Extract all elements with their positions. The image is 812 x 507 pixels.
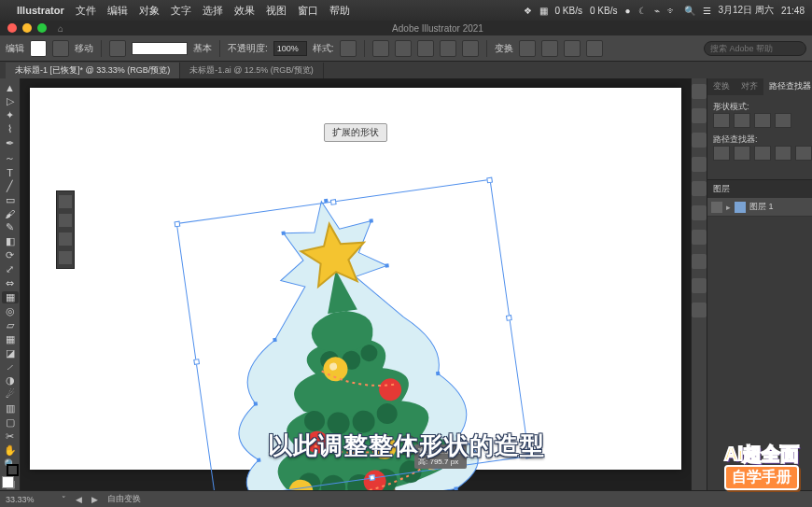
align-btn[interactable] [440,40,456,57]
free-transform-icon[interactable] [59,214,72,227]
menu-select[interactable]: 选择 [203,4,223,18]
stroke-swatch[interactable] [109,40,126,57]
direct-select-tool-icon[interactable]: ▷ [2,95,19,107]
tb-btn[interactable] [564,40,581,57]
appearance-panel-icon[interactable] [692,254,707,269]
tb-btn[interactable] [519,40,536,57]
minimize-icon[interactable] [22,23,32,33]
brush-tool-icon[interactable]: 🖌 [2,208,19,219]
free-transform-tool-icon[interactable]: ▦ [2,291,19,303]
basic-label[interactable]: 基本 [193,42,212,55]
tb-btn[interactable] [586,40,603,57]
align-btn[interactable] [417,40,434,57]
align-btn[interactable] [462,40,479,57]
trim-icon[interactable] [734,146,750,161]
transform-label[interactable]: 变换 [495,42,513,55]
dropdown-icon[interactable] [52,40,69,57]
minus-front-icon[interactable] [734,113,750,128]
wifi-icon[interactable]: ᯤ [667,6,677,16]
brushes-panel-icon[interactable] [692,133,707,148]
symbol-tool-icon[interactable]: ☄ [2,388,19,401]
opacity-input[interactable] [273,41,307,56]
doc-tab[interactable]: 未标题-1.ai @ 12.5% (RGB/预览) [180,63,324,78]
status-icon[interactable]: ⌁ [654,6,660,16]
menubar-date[interactable]: 3月12日 周六 [719,4,774,17]
menu-window[interactable]: 窗口 [298,4,318,18]
rect-tool-icon[interactable]: ▭ [2,194,19,206]
status-icon[interactable]: ● [624,6,630,16]
eyedropper-tool-icon[interactable]: ⟋ [2,361,19,373]
menu-file[interactable]: 文件 [76,4,96,18]
menubar-time[interactable]: 21:48 [781,6,805,16]
menu-edit[interactable]: 编辑 [107,4,128,18]
panel-tab[interactable]: 路径查找器 [763,78,812,95]
divide-icon[interactable] [713,146,730,161]
swatches-panel-icon[interactable] [692,108,707,123]
free-distort-icon[interactable] [59,251,72,264]
stroke-preview[interactable] [132,42,188,55]
panel-tab[interactable]: 对齐 [735,78,763,95]
hand-tool-icon[interactable]: ✋ [2,444,19,457]
pen-tool-icon[interactable]: ✒ [2,137,19,149]
wand-tool-icon[interactable]: ✦ [2,109,19,121]
intersect-icon[interactable] [754,113,771,128]
constrain-icon[interactable] [59,195,72,208]
symbols-panel-icon[interactable] [692,157,707,172]
menu-help[interactable]: 帮助 [329,4,350,18]
nav-prev-icon[interactable]: ◀ [76,495,82,504]
gradient-panel-icon[interactable] [692,205,707,220]
transparency-panel-icon[interactable] [692,230,707,245]
doc-tab[interactable]: 未标题-1 [已恢复]* @ 33.33% (RGB/预览) [6,63,180,78]
fill-swatch[interactable] [30,40,47,57]
selection-tool-icon[interactable]: ▲ [2,82,19,93]
exclude-icon[interactable] [775,113,791,128]
moon-icon[interactable]: ☾ [638,6,647,16]
zoom-icon[interactable] [37,23,47,33]
perspective-tool-icon[interactable]: ▱ [2,319,19,331]
rotate-tool-icon[interactable]: ⟳ [2,249,19,261]
eraser-tool-icon[interactable]: ◧ [2,235,19,247]
help-search[interactable] [704,41,806,56]
menu-effect[interactable]: 效果 [234,4,255,18]
merge-icon[interactable] [754,146,771,161]
line-tool-icon[interactable]: ╱ [2,180,19,192]
crop-icon[interactable] [775,146,791,161]
unite-icon[interactable] [713,113,730,128]
graphic-styles-panel-icon[interactable] [692,278,707,293]
style-dropdown[interactable] [340,40,357,57]
outline-icon[interactable] [795,146,812,161]
close-icon[interactable] [7,23,17,33]
menu-view[interactable]: 视图 [266,4,287,18]
width-tool-icon[interactable]: ⇔ [2,277,19,289]
type-tool-icon[interactable]: T [2,167,19,178]
nav-next-icon[interactable]: ▶ [91,495,98,504]
move-label[interactable]: 移动 [75,42,93,55]
menu-type[interactable]: 文字 [171,4,191,18]
menu-object[interactable]: 对象 [139,4,160,18]
zoom-level[interactable]: 33.33% [6,495,52,504]
tb-btn[interactable] [541,40,558,57]
layers-panel-icon[interactable] [692,303,707,317]
chevron-down-icon[interactable]: ˅ [62,495,66,504]
status-icon[interactable]: ▦ [539,6,548,16]
layers-header[interactable]: 图层 [707,180,812,198]
graph-tool-icon[interactable]: ▥ [2,402,19,415]
artboard[interactable]: 扩展的形状 [30,88,681,470]
gradient-tool-icon[interactable]: ◪ [2,347,19,359]
color-panel-icon[interactable] [692,84,707,99]
stroke-panel-icon[interactable] [692,181,707,196]
align-btn[interactable] [372,40,389,57]
layer-row[interactable]: ▸ 图层 1 [707,198,812,217]
free-transform-widget[interactable] [56,190,75,269]
control-icon[interactable]: ☰ [703,6,711,16]
lasso-tool-icon[interactable]: ⌇ [2,123,19,135]
shaper-tool-icon[interactable]: ✎ [2,221,19,233]
layer-name[interactable]: 图层 1 [749,201,812,213]
mesh-tool-icon[interactable]: ▦ [2,333,19,345]
perspective-distort-icon[interactable] [59,232,72,246]
scale-tool-icon[interactable]: ⤢ [2,263,19,275]
panel-tab[interactable]: 变换 [707,78,735,95]
spotlight-icon[interactable]: 🔍 [684,6,695,16]
shape-builder-tool-icon[interactable]: ◎ [2,305,19,317]
expand-arrow-icon[interactable]: ▸ [726,203,731,212]
